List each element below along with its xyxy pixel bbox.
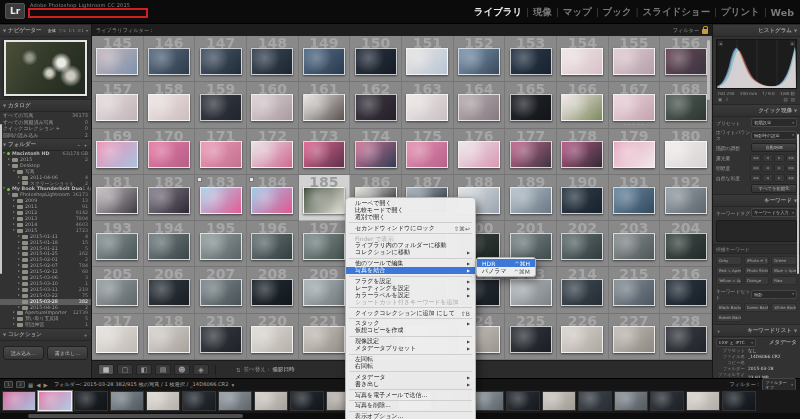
- photo-thumbnail[interactable]: [96, 48, 138, 75]
- grid-cell-215[interactable]: 215: [609, 267, 661, 313]
- grid-cell-172[interactable]: 172: [247, 129, 299, 175]
- context-menu-item[interactable]: 写真を結合▶: [346, 267, 475, 274]
- photo-thumbnail[interactable]: [148, 326, 190, 353]
- photo-thumbnail[interactable]: [96, 187, 138, 214]
- grid-cell-150[interactable]: 150: [350, 36, 402, 82]
- grid-cell-168[interactable]: 168: [660, 82, 712, 128]
- stepper-button[interactable]: ▶: [774, 174, 785, 182]
- quick-develop-dropdown-1[interactable]: 撮影時の設定▾: [751, 131, 797, 140]
- filmstrip-thumbnail-19[interactable]: [686, 391, 720, 411]
- photo-thumbnail[interactable]: [251, 48, 293, 75]
- filmstrip-thumbnail-6[interactable]: [218, 391, 252, 411]
- photo-thumbnail[interactable]: [200, 233, 242, 260]
- module-tab-5[interactable]: プリント: [721, 6, 760, 19]
- grid-cell-162[interactable]: 162: [350, 82, 402, 128]
- grid-cell-175[interactable]: 175: [402, 129, 454, 175]
- navigator-preview[interactable]: [4, 40, 87, 96]
- photo-thumbnail[interactable]: [303, 326, 345, 353]
- context-menu-item[interactable]: クイックコレクションに追加 にして次へ⇧B: [346, 310, 475, 317]
- keyword-suggestion-chip[interactable]: Gray: [716, 256, 742, 265]
- photo-thumbnail[interactable]: [406, 94, 448, 121]
- grid-cell-193[interactable]: 193: [92, 221, 144, 267]
- grid-cell-189[interactable]: 189: [505, 175, 557, 221]
- context-menu-item[interactable]: 選別で開く: [346, 214, 475, 221]
- photo-thumbnail[interactable]: [458, 94, 500, 121]
- photo-thumbnail[interactable]: [303, 233, 345, 260]
- photo-thumbnail[interactable]: [406, 48, 448, 75]
- photo-thumbnail[interactable]: [613, 187, 655, 214]
- filmstrip-thumbnail-4[interactable]: [146, 391, 180, 411]
- photo-thumbnail[interactable]: [561, 326, 603, 353]
- flag-badge-icon[interactable]: [249, 177, 254, 182]
- grid-view-icon[interactable]: ▦: [98, 364, 114, 375]
- auto-tone-button[interactable]: 自動階調: [751, 143, 797, 152]
- keyword-set-dropdown[interactable]: 撮影▾: [751, 290, 797, 299]
- filmstrip-thumbnail-2[interactable]: [74, 391, 108, 411]
- photo-thumbnail[interactable]: [303, 48, 345, 75]
- photo-thumbnail[interactable]: [561, 94, 603, 121]
- import-button[interactable]: 読み込み...: [3, 346, 44, 360]
- grid-shortcut-icon[interactable]: ▦: [28, 382, 33, 388]
- filmstrip-thumbnail-8[interactable]: [290, 391, 324, 411]
- photo-thumbnail[interactable]: [458, 48, 500, 75]
- grid-cell-161[interactable]: 161: [299, 82, 351, 128]
- grid-cell-181[interactable]: 181: [92, 175, 144, 221]
- histogram-plot[interactable]: ◂ ▸: [716, 39, 797, 89]
- keyword-suggestion-chip[interactable]: Red < Apertur...: [716, 266, 742, 275]
- module-tab-3[interactable]: ブック: [603, 6, 632, 19]
- stepper-button[interactable]: ◀◀: [750, 154, 761, 162]
- photo-thumbnail[interactable]: [200, 187, 242, 214]
- keyword-suggestion-chip[interactable]: Yellow < Apert...: [716, 276, 742, 285]
- filmstrip-thumbnail-14[interactable]: [506, 391, 540, 411]
- keyword-suggestion-chip[interactable]: Blue < Apertur...: [771, 266, 797, 275]
- grid-cell-151[interactable]: 151: [402, 36, 454, 82]
- grid-cell-205[interactable]: 205: [92, 267, 144, 313]
- module-tab-4[interactable]: スライドショー: [642, 6, 710, 19]
- export-button[interactable]: 書き出し...: [47, 346, 88, 360]
- filmstrip-thumbnail-15[interactable]: [542, 391, 576, 411]
- photo-thumbnail[interactable]: [458, 141, 500, 168]
- grid-cell-158[interactable]: 158: [144, 82, 196, 128]
- context-menu-item[interactable]: 写真を電子メールで送信...: [346, 392, 475, 399]
- grid-cell-214[interactable]: 214: [557, 267, 609, 313]
- keyword-suggestion-chip[interactable]: Photo Stream: [744, 266, 770, 275]
- context-menu-item[interactable]: 写真を削除...: [346, 402, 475, 409]
- grid-cell-154[interactable]: 154: [557, 36, 609, 82]
- photo-thumbnail[interactable]: [355, 141, 397, 168]
- grid-cell-194[interactable]: 194: [144, 221, 196, 267]
- keyword-suggestion-chip[interactable]: iPhoto オリジ...: [744, 256, 770, 265]
- module-tab-6[interactable]: Web: [771, 7, 794, 18]
- grid-cell-195[interactable]: 195: [195, 221, 247, 267]
- context-menu-item[interactable]: 右回転: [346, 363, 475, 370]
- grid-cell-182[interactable]: 182: [144, 175, 196, 221]
- folder-row[interactable]: ▾Macintosh HD63/178 GB: [0, 151, 91, 157]
- grid-cell-178[interactable]: 178: [557, 129, 609, 175]
- filmstrip-thumbnail-16[interactable]: [578, 391, 612, 411]
- photo-thumbnail[interactable]: [303, 279, 345, 306]
- keyword-entry-box[interactable]: [716, 220, 797, 242]
- stepper-button[interactable]: ◀: [762, 154, 773, 162]
- photo-thumbnail[interactable]: [303, 94, 345, 121]
- keyword-set-chip[interactable]: Green Backgro...: [744, 303, 770, 312]
- photo-thumbnail[interactable]: [148, 279, 190, 306]
- photo-thumbnail[interactable]: [510, 94, 552, 121]
- submenu-item[interactable]: パノラマ^⌘M: [477, 267, 535, 275]
- keyword-set-chip[interactable]: White Backgro...: [771, 303, 797, 312]
- photo-thumbnail[interactable]: [510, 279, 552, 306]
- catalog-header[interactable]: ▼ カタログ: [0, 99, 91, 112]
- grid-cell-180[interactable]: 180: [660, 129, 712, 175]
- lock-icon[interactable]: [702, 29, 708, 34]
- photo-thumbnail[interactable]: [561, 48, 603, 75]
- grid-cell-228[interactable]: 228: [660, 314, 712, 360]
- stepper-button[interactable]: ▶: [774, 164, 785, 172]
- keyword-add-icon[interactable]: ＋: [716, 328, 721, 334]
- grid-cell-192[interactable]: 192: [660, 175, 712, 221]
- photo-thumbnail[interactable]: [251, 141, 293, 168]
- navigator-header[interactable]: ▼ ナビゲーター 全体フル1:13:1▾: [0, 24, 91, 37]
- filmstrip-thumbnail-5[interactable]: [182, 391, 216, 411]
- flag-badge-icon[interactable]: [197, 177, 202, 182]
- photo-thumbnail[interactable]: [303, 141, 345, 168]
- metadata-view-dropdown[interactable]: EXIF と IPTC▾: [716, 338, 756, 347]
- photo-thumbnail[interactable]: [665, 233, 707, 260]
- photo-thumbnail[interactable]: [561, 141, 603, 168]
